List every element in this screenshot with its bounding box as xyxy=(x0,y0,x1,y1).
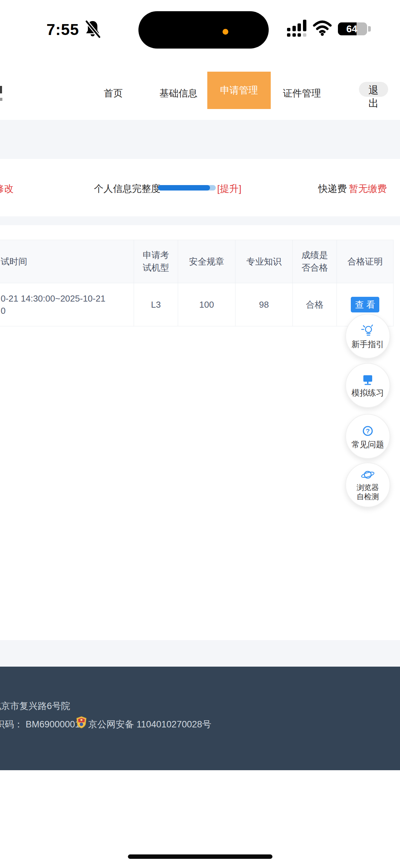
courier-fee-label: 快递费 xyxy=(318,182,347,195)
beginner-guide-label: 新手指引 xyxy=(351,340,384,349)
clock: 7:55 xyxy=(44,20,81,39)
boost-link[interactable]: [提升] xyxy=(217,182,242,195)
logout-button[interactable]: 退出 xyxy=(359,82,388,97)
bulb-icon xyxy=(360,324,375,338)
notifications-off-icon xyxy=(83,20,102,38)
mic-indicator-dot xyxy=(223,29,228,35)
simulation-practice-label: 模拟练习 xyxy=(351,388,384,397)
phone-screen: 7:55 64 首页 基础信息 申请管理 证件管理 xyxy=(0,0,400,868)
col-pass-status: 成绩是 否合格 xyxy=(293,240,337,283)
cell-safety-score: 100 xyxy=(178,283,235,326)
logout-label: 退出 xyxy=(368,84,379,110)
tab-application-management[interactable]: 申请管理 xyxy=(207,72,271,109)
tab-certificate-management[interactable]: 证件管理 xyxy=(283,87,321,100)
svg-text:?: ? xyxy=(366,428,370,435)
cell-signal-icon xyxy=(287,18,309,37)
completeness-fill xyxy=(158,185,210,191)
browser-check-button[interactable]: 浏览器 自检测 xyxy=(345,463,390,507)
beginner-guide-button[interactable]: 新手指引 xyxy=(345,314,390,359)
table-row: 0-21 14:30:00~2025-10-21 0 L3 100 98 合格 … xyxy=(0,283,394,326)
cell-pass-status: 合格 xyxy=(293,283,337,326)
tab-home[interactable]: 首页 xyxy=(104,87,123,100)
simulation-practice-button[interactable]: 模拟练习 xyxy=(345,363,390,408)
clipped-logo-fragment xyxy=(0,86,2,93)
home-indicator[interactable] xyxy=(128,854,272,859)
faq-label: 常见问题 xyxy=(351,440,384,449)
tab-application-management-label: 申请管理 xyxy=(220,84,258,97)
section-divider-band xyxy=(0,640,400,667)
courier-fee-status: 暂无缴费 xyxy=(349,182,387,195)
cell-exam-time: 0-21 14:30:00~2025-10-21 0 xyxy=(0,283,134,326)
battery-percent: 64 xyxy=(342,23,362,35)
modify-link[interactable]: 修改 xyxy=(0,182,14,195)
completeness-label: 个人信息完整度 xyxy=(94,182,160,195)
col-exam-model: 申请考 试机型 xyxy=(134,240,178,283)
page-footer: 北京市复兴路6号院 识码： BM69000001 京公网安备 110401027… xyxy=(0,667,400,770)
footer-address: 北京市复兴路6号院 xyxy=(0,700,70,712)
footer-site-code: 识码： BM69000001 xyxy=(0,718,80,730)
cell-knowledge-score: 98 xyxy=(235,283,293,326)
monitor-icon xyxy=(361,374,375,386)
completeness-progressbar xyxy=(158,185,216,191)
browser-check-label: 浏览器 自检测 xyxy=(357,483,379,501)
browser-toolbar: 1 铁路机车车辆驾驶资格信息... xyxy=(0,770,400,868)
battery-nub xyxy=(368,26,371,32)
view-certificate-button[interactable]: 查 看 xyxy=(351,297,379,312)
question-icon: ? xyxy=(361,424,375,438)
table-header-row: 试时间 申请考 试机型 安全规章 专业知识 成绩是 否合格 合格证明 xyxy=(0,240,394,283)
faq-button[interactable]: ? 常见问题 xyxy=(345,414,390,459)
col-certificate: 合格证明 xyxy=(337,240,394,283)
cell-exam-model: L3 xyxy=(134,283,178,326)
col-exam-time: 试时间 xyxy=(0,240,134,283)
section-divider-band xyxy=(0,120,400,159)
col-professional-knowledge: 专业知识 xyxy=(235,240,293,283)
footer-police-number: 京公网安备 1104010270028号 xyxy=(88,718,211,730)
battery-indicator: 64 xyxy=(338,22,372,36)
exam-results-table: 试时间 申请考 试机型 安全规章 专业知识 成绩是 否合格 合格证明 0-21 … xyxy=(0,240,394,326)
police-badge-icon xyxy=(76,716,87,728)
section-divider-band xyxy=(0,216,400,225)
wifi-icon xyxy=(313,20,332,36)
col-safety-rules: 安全规章 xyxy=(178,240,235,283)
clipped-logo-fragment xyxy=(0,98,2,101)
tab-basic-info[interactable]: 基础信息 xyxy=(159,87,197,100)
planet-icon xyxy=(360,469,375,481)
dynamic-island xyxy=(138,11,269,49)
